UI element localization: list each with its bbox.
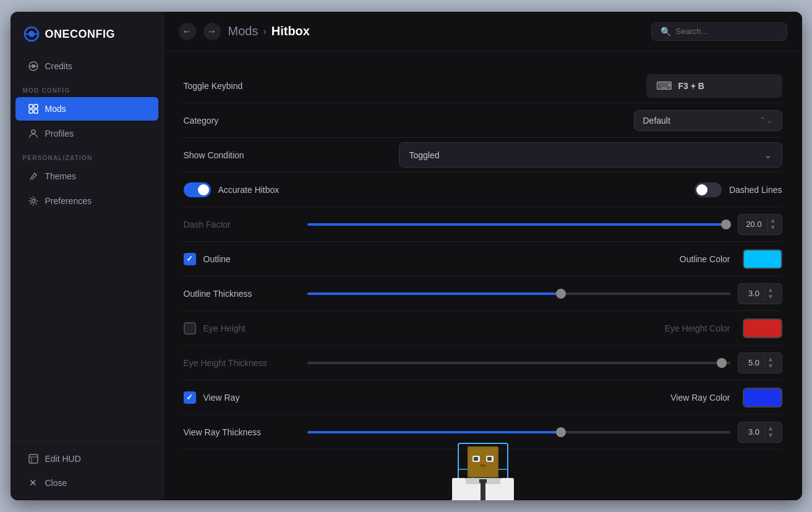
svg-rect-11: [34, 109, 38, 113]
dash-factor-row: Dash Factor 20.0 ▲ ▼: [184, 207, 782, 242]
svg-rect-10: [29, 109, 33, 113]
preferences-label: Preferences: [45, 196, 92, 206]
outline-pair: Outline: [184, 253, 483, 265]
preview-area: [184, 450, 782, 500]
accurate-hitbox-toggle[interactable]: [184, 182, 211, 197]
category-row: Category Default ⌃⌄: [184, 103, 782, 138]
mods-label: Mods: [45, 104, 66, 114]
svg-rect-8: [29, 105, 33, 108]
outline-checkbox[interactable]: [184, 253, 196, 265]
eye-height-thickness-control: 5.0 ▲ ▼: [307, 352, 782, 373]
sidebar-item-mods[interactable]: Mods: [15, 97, 158, 121]
eye-height-checkbox[interactable]: [184, 322, 196, 335]
logo-icon: [23, 25, 40, 43]
outline-thickness-value-box: 3.0 ▲ ▼: [738, 283, 782, 304]
outline-thickness-label: Outline Thickness: [184, 289, 307, 299]
dashed-lines-label: Dashed Lines: [729, 185, 782, 195]
app-window: ONECONFIG Credits MOD CONFIG: [11, 12, 802, 500]
svg-point-12: [32, 130, 35, 134]
show-condition-dropdown[interactable]: Toggled ⌄: [399, 142, 782, 168]
mod-config-section: MOD CONFIG: [11, 79, 163, 96]
dash-factor-arrows: ▲ ▼: [767, 216, 779, 232]
svg-rect-28: [487, 457, 492, 461]
eye-height-thickness-up-arrow[interactable]: ▲: [767, 356, 774, 362]
category-value: Default: [643, 116, 670, 126]
dashed-lines-pair: Dashed Lines: [483, 182, 782, 197]
back-button[interactable]: ←: [179, 23, 196, 40]
sidebar-item-themes[interactable]: Themes: [15, 164, 158, 188]
view-ray-label: View Ray: [203, 393, 240, 403]
dash-factor-up-arrow[interactable]: ▲: [770, 218, 776, 224]
view-ray-thickness-slider-row: 3.0 ▲ ▼: [307, 422, 782, 443]
view-ray-color-swatch[interactable]: [743, 388, 782, 407]
toggle-keybind-control: ⌨ F3 + B: [307, 74, 782, 98]
mods-icon: [28, 103, 39, 114]
content: Toggle Keybind ⌨ F3 + B Category Default…: [164, 51, 802, 500]
search-input[interactable]: [676, 27, 778, 36]
category-dropdown[interactable]: Default ⌃⌄: [634, 110, 782, 131]
outline-thickness-fill: [307, 292, 561, 295]
sidebar-item-credits[interactable]: Credits: [15, 54, 158, 78]
sidebar-item-edit-hud[interactable]: Edit HUD: [15, 447, 158, 471]
dash-factor-thumb[interactable]: [721, 220, 731, 229]
keybind-box[interactable]: ⌨ F3 + B: [646, 74, 782, 98]
category-label: Category: [184, 116, 307, 126]
accurate-hitbox-pair: Accurate Hitbox: [184, 182, 483, 197]
view-ray-color-pair: View Ray Color: [483, 388, 782, 407]
forward-button[interactable]: →: [203, 23, 221, 40]
toggle-keybind-label: Toggle Keybind: [184, 81, 307, 91]
eye-height-label: Eye Height: [203, 323, 246, 333]
svg-point-5: [32, 64, 35, 68]
view-ray-thickness-value: 3.0: [743, 427, 764, 437]
logo-text: ONECONFIG: [45, 28, 116, 41]
outline-color-swatch[interactable]: [743, 249, 782, 269]
eye-height-thickness-thumb[interactable]: [717, 358, 727, 368]
eye-height-thickness-track[interactable]: [307, 362, 730, 364]
view-ray-thickness-label: View Ray Thickness: [184, 427, 307, 437]
view-ray-checkbox[interactable]: [184, 391, 196, 404]
close-icon: ✕: [28, 477, 39, 489]
svg-rect-17: [29, 454, 38, 463]
view-ray-thickness-up-arrow[interactable]: ▲: [767, 425, 774, 432]
mc-preview-svg: [421, 425, 545, 500]
eye-height-row: Eye Height Eye Height Color: [184, 311, 782, 346]
eye-height-thickness-row: Eye Height Thickness 5.0 ▲ ▼: [184, 346, 782, 380]
sidebar-item-preferences[interactable]: Preferences: [15, 189, 158, 213]
themes-label: Themes: [45, 171, 77, 181]
outline-thickness-track[interactable]: [307, 292, 730, 295]
eye-height-color-swatch[interactable]: [743, 318, 782, 338]
sidebar-item-profiles[interactable]: Profiles: [15, 122, 158, 145]
view-ray-thickness-down-arrow[interactable]: ▼: [767, 432, 774, 438]
outline-thickness-up-arrow[interactable]: ▲: [767, 287, 774, 293]
show-condition-control: Toggled ⌄: [307, 142, 782, 168]
profiles-icon: [28, 128, 39, 139]
topbar: ← → Mods › Hitbox 🔍: [164, 12, 802, 51]
dash-factor-track[interactable]: [307, 223, 730, 226]
view-ray-thickness-thumb[interactable]: [556, 427, 566, 437]
show-condition-label: Show Condition: [184, 150, 307, 160]
eye-height-thickness-fill: [307, 362, 722, 364]
dash-factor-down-arrow[interactable]: ▼: [770, 224, 776, 231]
logo: ONECONFIG: [11, 12, 163, 54]
eye-height-thickness-label: Eye Height Thickness: [184, 358, 307, 368]
view-ray-thickness-value-box: 3.0 ▲ ▼: [738, 422, 782, 443]
dash-factor-value-box: 20.0 ▲ ▼: [738, 214, 782, 235]
breadcrumb-parent[interactable]: Mods: [228, 24, 259, 38]
eye-height-thickness-down-arrow[interactable]: ▼: [767, 363, 774, 369]
view-ray-thickness-arrows: ▲ ▼: [764, 424, 776, 440]
sidebar: ONECONFIG Credits MOD CONFIG: [11, 12, 164, 500]
personalization-section: PERSONALIZATION: [11, 146, 163, 164]
svg-rect-32: [481, 482, 485, 500]
category-control: Default ⌃⌄: [307, 110, 782, 131]
outline-label: Outline: [203, 254, 231, 264]
sidebar-item-close[interactable]: ✕ Close: [15, 471, 158, 495]
outline-thickness-down-arrow[interactable]: ▼: [767, 294, 774, 300]
outline-thickness-thumb[interactable]: [556, 289, 566, 299]
dashed-lines-toggle[interactable]: [694, 182, 722, 197]
outline-color-pair: Outline Color: [483, 249, 782, 269]
eye-height-pair: Eye Height: [184, 322, 483, 335]
dash-factor-value: 20.0: [741, 220, 766, 229]
search-box[interactable]: 🔍: [651, 22, 787, 41]
svg-rect-29: [480, 464, 486, 467]
svg-rect-9: [34, 105, 38, 108]
